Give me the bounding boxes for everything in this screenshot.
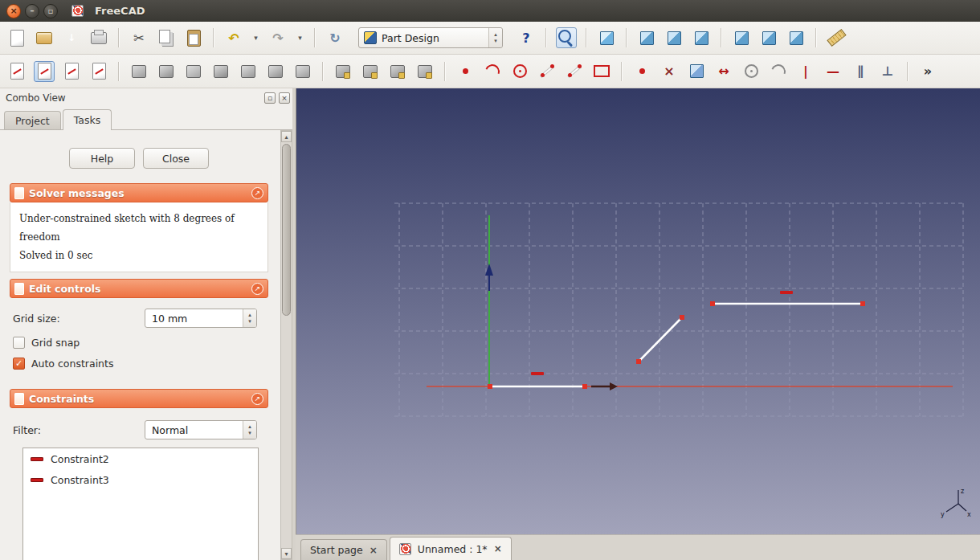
scroll-down-icon[interactable]: ▾ xyxy=(281,548,292,559)
workbench-spin-buttons[interactable]: ▴ ▾ xyxy=(488,28,502,47)
spin-down-icon[interactable]: ▾ xyxy=(494,38,497,44)
sketcher-line-icon[interactable] xyxy=(537,61,557,82)
list-item[interactable]: Constraint3 xyxy=(23,469,258,490)
right-view-icon[interactable] xyxy=(691,27,712,48)
top-view-icon[interactable] xyxy=(664,27,684,48)
list-item[interactable]: Constraint2 xyxy=(23,448,258,469)
copy-icon[interactable] xyxy=(156,27,177,48)
toolbar-separator xyxy=(314,28,316,47)
undock-panel-button[interactable]: ▫ xyxy=(264,92,276,104)
constraint-tangent-icon[interactable] xyxy=(768,61,789,82)
workbench-selector[interactable]: Part Design ▴ ▾ xyxy=(358,27,503,48)
grid-snap-checkbox[interactable] xyxy=(13,337,25,349)
constraint-horizontal-icon[interactable]: — xyxy=(823,61,843,82)
auto-constraints-checkbox[interactable]: ✓ xyxy=(13,358,25,370)
measure-distance-icon[interactable] xyxy=(826,27,847,48)
constraint-vertical-icon[interactable]: | xyxy=(795,61,816,82)
solver-messages-header[interactable]: Solver messages ↗ xyxy=(10,183,268,202)
sketcher-circle-icon[interactable] xyxy=(509,61,530,82)
scroll-up-icon[interactable]: ▴ xyxy=(281,131,292,142)
sketcher-rectangle-icon[interactable] xyxy=(591,61,612,82)
redo-icon[interactable]: ↷ xyxy=(267,27,288,48)
cut-icon[interactable]: ✂ xyxy=(129,27,149,48)
undo-dropdown-icon[interactable]: ▾ xyxy=(251,27,261,48)
collapse-section-icon[interactable]: ↗ xyxy=(251,393,263,405)
spin-down-icon[interactable]: ▾ xyxy=(248,318,251,325)
close-task-button[interactable]: Close xyxy=(143,148,209,169)
toolbar-separator xyxy=(721,28,722,47)
horizontal-constraint-icon xyxy=(31,457,43,461)
help-button[interactable]: Help xyxy=(69,148,135,169)
redo-dropdown-icon[interactable]: ▾ xyxy=(295,27,305,48)
refresh-icon[interactable]: ↻ xyxy=(325,27,345,48)
chamfer-icon[interactable] xyxy=(265,61,286,82)
close-tab-icon[interactable]: × xyxy=(494,544,502,554)
polar-pattern-icon[interactable] xyxy=(387,61,408,82)
draft-icon[interactable] xyxy=(292,61,313,82)
toolbar-overflow-icon[interactable]: » xyxy=(917,61,938,82)
fillet-icon[interactable] xyxy=(238,61,259,82)
fit-all-icon[interactable] xyxy=(556,27,577,48)
spin-up-icon[interactable]: ▴ xyxy=(248,312,251,318)
pad-icon[interactable] xyxy=(129,61,149,82)
sketcher-arc-icon[interactable] xyxy=(482,61,503,82)
collapse-section-icon[interactable]: ↗ xyxy=(251,283,263,295)
window-maximize-button[interactable]: ▫ xyxy=(43,4,58,18)
collapse-section-icon[interactable]: ↗ xyxy=(251,187,263,199)
constraint-perpendicular-icon[interactable]: ⊥ xyxy=(877,61,898,82)
axonometric-view-icon[interactable] xyxy=(596,27,617,48)
print-icon[interactable] xyxy=(88,27,109,48)
tab-start-page[interactable]: Start page × xyxy=(300,539,387,560)
pocket-icon[interactable] xyxy=(156,61,177,82)
front-view-icon[interactable] xyxy=(636,27,657,48)
constraint-distance-icon[interactable]: ↔ xyxy=(713,61,734,82)
external-geometry-icon[interactable] xyxy=(686,61,707,82)
constraint-point-on-object-icon[interactable] xyxy=(741,61,762,82)
groove-icon[interactable] xyxy=(210,61,231,82)
3d-viewport[interactable]: z y x xyxy=(296,88,980,534)
tab-unnamed-document[interactable]: Unnamed : 1* × xyxy=(390,537,512,560)
rear-view-icon[interactable] xyxy=(731,27,752,48)
toolbar-separator xyxy=(545,28,547,47)
multi-transform-icon[interactable] xyxy=(414,61,435,82)
window-close-button[interactable]: × xyxy=(6,4,21,18)
edit-controls-header[interactable]: Edit controls ↗ xyxy=(10,279,268,298)
constraints-filter-dropdown[interactable]: Normal ▴ ▾ xyxy=(145,420,257,439)
left-view-icon[interactable] xyxy=(786,27,806,48)
panel-scrollbar[interactable]: ▴ ▾ xyxy=(280,130,292,560)
constraint-coincident-icon[interactable] xyxy=(631,61,652,82)
new-sketch-icon[interactable] xyxy=(6,61,27,82)
grid-size-spinner[interactable]: 10 mm ▴ ▾ xyxy=(145,309,257,328)
whats-this-icon[interactable]: ? xyxy=(516,27,537,48)
tab-tasks[interactable]: Tasks xyxy=(63,109,112,130)
map-sketch-icon[interactable] xyxy=(61,61,82,82)
grid-size-spin-buttons[interactable]: ▴ ▾ xyxy=(243,309,256,327)
linear-pattern-icon[interactable] xyxy=(360,61,381,82)
close-panel-button[interactable]: × xyxy=(279,92,290,104)
constraint-parallel-icon[interactable]: ∥ xyxy=(850,61,871,82)
bottom-view-icon[interactable] xyxy=(758,27,779,48)
toolbar-row2-icons: ×↔|—∥⊥» xyxy=(6,61,938,82)
save-document-icon[interactable]: ↓ xyxy=(61,27,82,48)
mirrored-icon[interactable] xyxy=(333,61,353,82)
solver-message-dof[interactable]: Under-constrained sketch with 8 degrees … xyxy=(19,210,259,247)
sketcher-point-icon[interactable] xyxy=(455,61,476,82)
scrollbar-thumb[interactable] xyxy=(282,144,291,316)
undo-icon[interactable]: ↶ xyxy=(223,27,244,48)
new-document-icon[interactable] xyxy=(6,27,27,48)
leave-sketch-icon[interactable] xyxy=(88,61,109,82)
tab-project[interactable]: Project xyxy=(4,111,61,129)
paste-icon[interactable] xyxy=(183,27,204,48)
window-minimize-button[interactable]: – xyxy=(25,4,39,18)
open-document-icon[interactable] xyxy=(34,27,55,48)
trim-edge-icon[interactable]: × xyxy=(659,61,680,82)
constraints-header[interactable]: Constraints ↗ xyxy=(10,389,268,408)
spin-up-icon[interactable]: ▴ xyxy=(494,31,497,38)
edit-sketch-icon[interactable] xyxy=(34,61,55,82)
spin-up-icon[interactable]: ▴ xyxy=(248,423,251,430)
close-tab-icon[interactable]: × xyxy=(370,546,378,555)
spin-down-icon[interactable]: ▾ xyxy=(248,430,251,436)
sketcher-polyline-icon[interactable] xyxy=(564,61,585,82)
dropdown-arrows[interactable]: ▴ ▾ xyxy=(243,421,256,439)
revolution-icon[interactable] xyxy=(183,61,204,82)
